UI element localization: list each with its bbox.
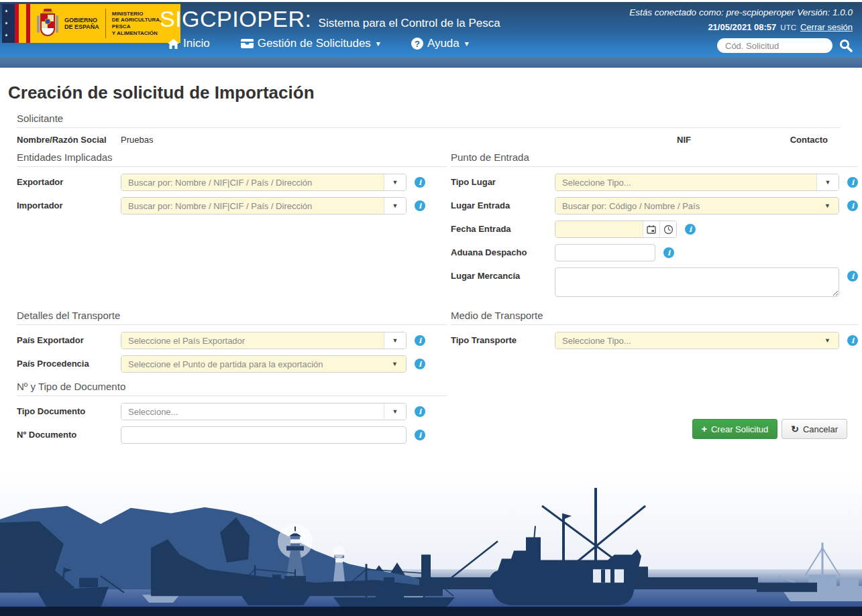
- nav-gestion-solicitudes[interactable]: Gestión de Solicitudes ▾: [241, 37, 380, 50]
- harbor-scene: [0, 469, 862, 616]
- tipo-documento-dropdown[interactable]: Seleccione... ▼: [121, 403, 407, 420]
- gobierno-text: GOBIERNO DE ESPAÑA: [64, 17, 99, 31]
- app-title: SIGCPIOPER:: [160, 6, 312, 32]
- nav-inicio[interactable]: Inicio: [168, 37, 210, 50]
- section-documento: Nº y Tipo de Documento Tipo Documento Se…: [17, 381, 447, 444]
- nombre-razon-value: Pruebas: [121, 135, 677, 145]
- info-icon[interactable]: i: [415, 359, 425, 369]
- footer-harbor-illustration: [0, 469, 862, 616]
- pais-procedencia-dropdown[interactable]: Seleccione el Punto de partida para la e…: [121, 355, 407, 373]
- info-icon[interactable]: i: [415, 335, 425, 346]
- fecha-entrada-datetimepicker: [555, 221, 677, 238]
- tipo-lugar-placeholder: Seleccione Tipo...: [555, 174, 816, 190]
- lugar-entrada-dropdown[interactable]: Buscar por: Código / Nombre / País ▼: [555, 197, 839, 214]
- pais-exportador-dropdown[interactable]: Seleccione el País Exportador ▼: [121, 332, 407, 349]
- info-icon[interactable]: i: [415, 200, 425, 211]
- tipo-documento-label: Tipo Documento: [17, 403, 121, 416]
- info-icon[interactable]: i: [415, 430, 425, 440]
- cancelar-label: Cancelar: [803, 424, 838, 434]
- aduana-despacho-label: Aduana Despacho: [451, 244, 555, 257]
- dropdown-arrow-icon[interactable]: ▼: [816, 332, 839, 349]
- num-documento-input[interactable]: [121, 426, 407, 444]
- tipo-transporte-label: Tipo Transporte: [451, 332, 555, 345]
- exportador-combobox[interactable]: Buscar por: Nombre / NIF|CIF / País / Di…: [121, 174, 407, 191]
- nav-gestion-label: Gestión de Solicitudes: [258, 37, 371, 50]
- pais-exportador-placeholder: Seleccione el País Exportador: [121, 332, 384, 349]
- importador-placeholder: Buscar por: Nombre / NIF|CIF / País / Di…: [121, 198, 384, 214]
- inbox-icon: [241, 39, 254, 48]
- tipo-lugar-dropdown[interactable]: Seleccione Tipo... ▼: [555, 174, 839, 191]
- cancelar-button[interactable]: ↻ Cancelar: [782, 419, 847, 439]
- info-icon[interactable]: i: [663, 247, 674, 258]
- fecha-entrada-label: Fecha Entrada: [451, 221, 555, 234]
- info-icon[interactable]: i: [415, 406, 425, 417]
- logo-divider: [105, 9, 106, 38]
- dropdown-arrow-icon[interactable]: ▼: [816, 174, 839, 190]
- tipo-transporte-placeholder: Seleccione Tipo...: [555, 332, 816, 349]
- section-punto-title: Punto de Entrada: [451, 151, 858, 167]
- lugar-mercancia-label: Lugar Mercancía: [451, 267, 555, 281]
- help-icon: ?: [411, 38, 423, 50]
- lugar-entrada-placeholder: Buscar por: Código / Nombre / País: [555, 198, 816, 214]
- search-input[interactable]: [717, 38, 832, 53]
- info-icon[interactable]: i: [685, 224, 696, 235]
- nif-label: NIF: [677, 135, 788, 145]
- refresh-icon: ↻: [791, 424, 799, 434]
- dropdown-arrow-icon[interactable]: ▼: [384, 404, 406, 420]
- dropdown-arrow-icon[interactable]: ▼: [384, 356, 406, 372]
- chevron-down-icon: ▾: [465, 39, 469, 48]
- info-icon[interactable]: i: [847, 200, 858, 211]
- logout-link[interactable]: Cerrar sesión: [800, 22, 853, 32]
- home-icon: [168, 39, 179, 49]
- section-documento-title: Nº y Tipo de Documento: [17, 381, 447, 396]
- section-detalles-transporte: Detalles del Transporte País Exportador …: [17, 310, 447, 373]
- dropdown-arrow-icon[interactable]: ▼: [384, 174, 406, 190]
- page-title: Creación de solicitud de Importación: [8, 82, 840, 103]
- section-entidades-title: Entidades Implicadas: [17, 151, 447, 167]
- crear-solicitud-button[interactable]: + Crear Solicitud: [692, 419, 777, 439]
- search-icon[interactable]: [839, 39, 853, 52]
- ministry-logo-box: GOBIERNO DE ESPAÑA MINISTERIO DE AGRICUL…: [30, 4, 180, 43]
- app-header: GOBIERNO DE ESPAÑA MINISTERIO DE AGRICUL…: [0, 2, 862, 57]
- pais-procedencia-label: País Procedencia: [17, 355, 121, 369]
- utc-label: UTC: [780, 23, 796, 32]
- tipo-transporte-dropdown[interactable]: Seleccione Tipo... ▼: [555, 332, 839, 349]
- session-datetime: 21/05/2021 08:57: [708, 22, 776, 32]
- section-solicitante: Solicitante: [17, 113, 840, 128]
- aduana-despacho-input[interactable]: [555, 244, 655, 261]
- tipo-lugar-label: Tipo Lugar: [451, 174, 555, 187]
- coat-of-arms-icon: [34, 7, 61, 40]
- info-icon[interactable]: i: [847, 271, 858, 282]
- lugar-entrada-label: Lugar Entrada: [451, 197, 555, 210]
- info-icon[interactable]: i: [847, 335, 858, 346]
- crear-solicitud-label: Crear Solicitud: [711, 424, 768, 434]
- pais-procedencia-placeholder: Seleccione el Punto de partida para la e…: [121, 356, 384, 372]
- calendar-icon[interactable]: [643, 221, 659, 237]
- tipo-documento-placeholder: Seleccione...: [121, 404, 384, 420]
- main-nav: Inicio Gestión de Solicitudes ▾ ? Ayuda …: [168, 37, 469, 50]
- nav-inicio-label: Inicio: [183, 37, 210, 50]
- main-content: Creación de solicitud de Importación Sol…: [0, 68, 862, 469]
- government-logo: GOBIERNO DE ESPAÑA MINISTERIO DE AGRICUL…: [2, 4, 180, 43]
- eu-stars-band: [2, 4, 15, 43]
- clock-icon[interactable]: [659, 221, 676, 237]
- lugar-mercancia-textarea[interactable]: [555, 267, 839, 297]
- dropdown-arrow-icon[interactable]: ▼: [384, 198, 406, 214]
- importador-label: Importador: [17, 197, 121, 210]
- fecha-entrada-input[interactable]: [555, 221, 643, 237]
- section-medio-title: Medio de Transporte: [451, 310, 858, 325]
- exportador-label: Exportador: [17, 174, 121, 187]
- importador-combobox[interactable]: Buscar por: Nombre / NIF|CIF / País / Di…: [121, 197, 407, 214]
- num-documento-label: Nº Documento: [17, 426, 121, 440]
- dropdown-arrow-icon[interactable]: ▼: [384, 332, 406, 349]
- section-entidades-implicadas: Entidades Implicadas Exportador Buscar p…: [17, 151, 447, 303]
- exportador-placeholder: Buscar por: Nombre / NIF|CIF / País / Di…: [121, 174, 384, 190]
- info-icon[interactable]: i: [847, 177, 858, 188]
- header-band: [0, 57, 862, 68]
- footer-bottom-strip: [0, 607, 862, 616]
- nav-ayuda[interactable]: ? Ayuda ▾: [411, 37, 469, 50]
- app-subtitle: Sistema para el Control de la Pesca: [319, 17, 500, 30]
- info-icon[interactable]: i: [415, 177, 425, 188]
- nav-ayuda-label: Ayuda: [427, 37, 460, 50]
- dropdown-arrow-icon[interactable]: ▼: [816, 198, 839, 214]
